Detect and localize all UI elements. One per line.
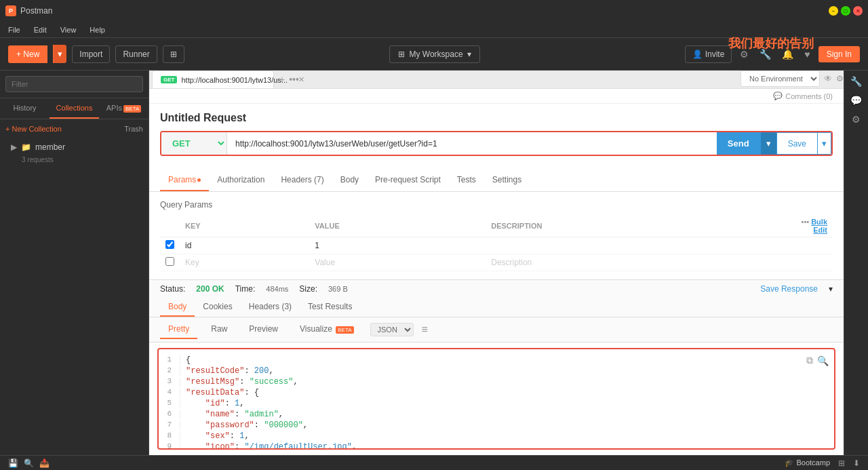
view-tab-raw[interactable]: Raw xyxy=(203,320,235,339)
save-response-button[interactable]: Save Response xyxy=(760,284,818,294)
runner-button[interactable]: Runner xyxy=(115,45,157,63)
params-tab-params[interactable]: Params xyxy=(160,170,209,191)
tab-collections[interactable]: Collections xyxy=(50,98,99,119)
request-area: Untitled Request GET POST PUT DELETE Sen… xyxy=(149,104,844,170)
status-bar: 💾 🔍 📥 🎓 Bootcamp ⊞ ⬇ xyxy=(0,455,868,470)
collection-expand-icon: ▶ xyxy=(11,142,17,152)
params-tab-tests[interactable]: Tests xyxy=(449,170,484,191)
workspace-label: My Workspace xyxy=(409,50,462,59)
tools-icon[interactable]: 🔧 xyxy=(757,46,774,62)
inbox-icon[interactable]: 📥 xyxy=(39,458,50,468)
params-tab-headers[interactable]: Headers (7) xyxy=(273,170,332,191)
collection-member[interactable]: ▶ 📁 member xyxy=(0,138,149,156)
environment-select[interactable]: No Environment xyxy=(741,71,820,87)
notifications-icon[interactable]: 🔔 xyxy=(779,46,796,62)
response-body: 1 { 2 "resultCode": 200, 3 "resultMsg": … xyxy=(157,348,835,450)
search-response-button[interactable]: 🔍 xyxy=(817,355,829,366)
env-eye-icon[interactable]: 👁 xyxy=(824,74,832,83)
param-key-placeholder[interactable]: Key xyxy=(180,254,309,271)
layout-icon[interactable]: ⊞ xyxy=(838,458,845,468)
search-input[interactable] xyxy=(5,76,143,92)
response-tab-tests[interactable]: Test Results xyxy=(300,298,360,317)
params-tab-settings[interactable]: Settings xyxy=(484,170,530,191)
tab-close-icon[interactable]: ✕ xyxy=(298,75,304,84)
response-tabs: Body Cookies Headers (3) Test Results xyxy=(149,298,844,317)
view-tab-preview[interactable]: Preview xyxy=(241,320,286,339)
more-tabs-icon[interactable]: ••• xyxy=(289,74,299,85)
json-line-8: 8 "sex": 1, xyxy=(159,431,834,442)
json-line-7: 7 "password": "000000", xyxy=(159,420,834,431)
close-button[interactable]: ✕ xyxy=(853,6,863,16)
save-response-arrow[interactable]: ▾ xyxy=(829,284,833,294)
right-panel-icon-1[interactable]: 🔧 xyxy=(850,76,862,87)
copy-response-button[interactable]: ⧉ xyxy=(806,355,813,366)
response-tab-cookies[interactable]: Cookies xyxy=(195,298,240,317)
maximize-button[interactable]: □ xyxy=(841,6,850,16)
request-tab[interactable]: GET http://localhost:9001/lytw13/us... ✕ xyxy=(152,71,274,88)
import-button[interactable]: Import xyxy=(72,45,110,63)
size-label: Size: xyxy=(299,284,317,294)
json-line-1: 1 { xyxy=(159,355,834,366)
save-icon[interactable]: 💾 xyxy=(8,458,18,468)
url-input[interactable] xyxy=(227,132,717,155)
params-tab-prerequest[interactable]: Pre-request Script xyxy=(367,170,449,191)
params-tab-body[interactable]: Body xyxy=(332,170,367,191)
tab-apis[interactable]: APIsBETA xyxy=(99,98,149,119)
method-select[interactable]: GET POST PUT DELETE xyxy=(161,132,227,155)
comments-bar: 💬 Comments (0) xyxy=(149,89,844,104)
time-value: 484ms xyxy=(266,285,288,293)
response-tab-body[interactable]: Body xyxy=(160,298,195,317)
bookmark-icon[interactable]: ♥ xyxy=(802,46,812,62)
new-collection-button[interactable]: + New Collection xyxy=(5,125,62,133)
format-icon[interactable]: ≡ xyxy=(422,324,428,336)
apis-beta-badge: BETA xyxy=(123,105,141,113)
bulk-edit-button[interactable]: Bulk Edit xyxy=(811,218,827,234)
more-icon[interactable]: ••• xyxy=(802,218,810,226)
send-button[interactable]: Send xyxy=(717,132,760,155)
param-key-id[interactable]: id xyxy=(180,237,309,254)
new-dropdown-button[interactable]: ▾ xyxy=(53,45,66,63)
search-icon[interactable]: 🔍 xyxy=(24,458,34,468)
right-panel-icon-2[interactable]: 💬 xyxy=(850,95,862,106)
param-value-id[interactable]: 1 xyxy=(309,237,486,254)
env-settings-icon[interactable]: ⚙ xyxy=(836,74,844,83)
params-tab-authorization[interactable]: Authorization xyxy=(209,170,273,191)
menu-edit[interactable]: Edit xyxy=(31,24,50,35)
right-panel-icon-3[interactable]: ⚙ xyxy=(852,114,861,125)
env-area: No Environment 👁 ⚙ xyxy=(741,71,844,87)
menu-view[interactable]: View xyxy=(58,24,79,35)
menu-file[interactable]: File xyxy=(5,24,23,35)
sync-icon[interactable]: ⬇ xyxy=(853,458,860,468)
param-checkbox-id[interactable] xyxy=(165,240,174,249)
workspace-button[interactable]: ⊞ My Workspace ▾ xyxy=(389,45,479,63)
tab-history[interactable]: History xyxy=(0,98,50,119)
collection-name: member xyxy=(35,142,65,152)
save-button[interactable]: Save xyxy=(776,132,818,155)
view-tab-visualize[interactable]: Visualize BETA xyxy=(292,320,361,339)
format-select[interactable]: JSON XML HTML xyxy=(370,323,414,336)
new-button[interactable]: + New xyxy=(8,45,47,63)
add-tab-icon[interactable]: + xyxy=(279,74,285,85)
invite-button[interactable]: 👤 Invite xyxy=(685,45,732,63)
layout-button[interactable]: ⊞ xyxy=(163,45,184,63)
menu-help[interactable]: Help xyxy=(87,24,108,35)
bootcamp-button[interactable]: 🎓 Bootcamp xyxy=(785,458,830,467)
trash-button[interactable]: Trash xyxy=(124,125,143,133)
response-view-tabs: Pretty Raw Preview Visualize BETA JSON X… xyxy=(149,317,844,342)
signin-button[interactable]: Sign In xyxy=(818,46,860,62)
save-dropdown-button[interactable]: ▾ xyxy=(818,132,831,155)
status-bar-right: 🎓 Bootcamp ⊞ ⬇ xyxy=(785,458,860,468)
window-controls: − □ ✕ xyxy=(829,6,863,16)
json-line-5: 5 "id": 1, xyxy=(159,398,834,409)
minimize-button[interactable]: − xyxy=(829,6,838,16)
param-checkbox-empty[interactable] xyxy=(165,257,174,266)
send-dropdown-button[interactable]: ▾ xyxy=(760,132,776,155)
json-line-4: 4 "resultData": { xyxy=(159,387,834,398)
view-tab-pretty[interactable]: Pretty xyxy=(160,320,197,339)
settings-icon[interactable]: ⚙ xyxy=(737,46,751,62)
json-line-9: 9 "icon": "/img/defaultUser.jpg", xyxy=(159,442,834,450)
response-tab-headers[interactable]: Headers (3) xyxy=(241,298,300,317)
param-value-placeholder[interactable]: Value xyxy=(309,254,486,271)
title-bar: P Postman − □ ✕ xyxy=(0,0,868,22)
comments-link[interactable]: 💬 Comments (0) xyxy=(773,92,833,100)
